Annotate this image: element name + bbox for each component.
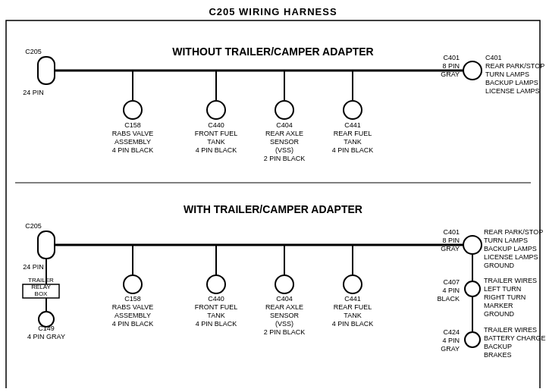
svg-text:(VSS): (VSS) — [275, 146, 293, 154]
svg-text:BLACK: BLACK — [437, 295, 460, 303]
svg-text:TANK: TANK — [207, 138, 224, 146]
svg-text:REAR FUEL: REAR FUEL — [334, 303, 372, 311]
svg-text:8 PIN: 8 PIN — [442, 237, 460, 244]
svg-text:C407: C407 — [443, 278, 460, 286]
svg-text:TRAILER WIRES: TRAILER WIRES — [484, 326, 537, 334]
svg-point-102 — [344, 275, 362, 293]
svg-text:24 PIN: 24 PIN — [23, 263, 44, 271]
svg-text:4 PIN GRAY: 4 PIN GRAY — [27, 333, 65, 340]
svg-point-64 — [465, 281, 480, 296]
svg-text:C441: C441 — [344, 121, 361, 129]
svg-text:BACKUP: BACKUP — [484, 343, 512, 350]
svg-text:LEFT TURN: LEFT TURN — [484, 285, 521, 293]
svg-text:BRAKES: BRAKES — [484, 351, 512, 359]
svg-text:RABS VALVE: RABS VALVE — [112, 130, 154, 137]
svg-text:SENSOR: SENSOR — [270, 138, 300, 146]
svg-text:TURN LAMPS: TURN LAMPS — [485, 71, 529, 78]
svg-point-27 — [275, 101, 293, 119]
svg-text:C404: C404 — [276, 121, 293, 129]
svg-text:C205: C205 — [25, 48, 42, 55]
page-title: C205 WIRING HARNESS — [0, 0, 546, 17]
svg-text:C440: C440 — [208, 121, 224, 129]
svg-text:REAR AXLE: REAR AXLE — [265, 303, 303, 311]
svg-point-89 — [207, 275, 225, 293]
svg-text:GRAY: GRAY — [441, 245, 460, 252]
svg-rect-42 — [38, 231, 55, 259]
svg-text:2 PIN BLACK: 2 PIN BLACK — [264, 328, 306, 336]
svg-text:BACKUP LAMPS: BACKUP LAMPS — [485, 79, 538, 86]
svg-text:C158: C158 — [124, 295, 141, 303]
svg-text:4 PIN BLACK: 4 PIN BLACK — [332, 146, 374, 154]
svg-text:FRONT FUEL: FRONT FUEL — [195, 130, 237, 137]
svg-text:BATTERY CHARGE: BATTERY CHARGE — [484, 334, 546, 342]
svg-text:8 PIN: 8 PIN — [442, 62, 460, 70]
svg-point-34 — [344, 101, 362, 119]
svg-text:BOX: BOX — [35, 290, 49, 297]
svg-text:C401: C401 — [443, 228, 460, 236]
svg-text:GRAY: GRAY — [441, 71, 460, 78]
svg-text:ASSEMBLY: ASSEMBLY — [115, 138, 151, 146]
svg-point-95 — [275, 275, 293, 293]
svg-text:WITHOUT  TRAILER/CAMPER  ADAPT: WITHOUT TRAILER/CAMPER ADAPTER — [172, 45, 373, 58]
svg-text:LICENSE LAMPS: LICENSE LAMPS — [484, 253, 538, 261]
svg-text:REAR PARK/STOP: REAR PARK/STOP — [485, 62, 544, 70]
svg-text:C401: C401 — [485, 54, 502, 61]
svg-text:C441: C441 — [344, 295, 361, 303]
svg-text:BACKUP LAMPS: BACKUP LAMPS — [484, 245, 537, 252]
svg-text:GROUND: GROUND — [484, 262, 514, 269]
svg-text:TURN LAMPS: TURN LAMPS — [484, 237, 528, 244]
svg-text:REAR AXLE: REAR AXLE — [265, 130, 303, 137]
svg-point-15 — [124, 101, 142, 119]
svg-text:C158: C158 — [124, 121, 141, 129]
svg-text:4 PIN BLACK: 4 PIN BLACK — [112, 146, 154, 154]
svg-text:REAR FUEL: REAR FUEL — [334, 130, 372, 137]
svg-text:TANK: TANK — [344, 138, 361, 146]
svg-text:C149: C149 — [38, 325, 55, 332]
svg-point-5 — [463, 61, 482, 80]
svg-text:TRAILER: TRAILER — [28, 277, 54, 284]
svg-text:TANK: TANK — [207, 312, 224, 319]
svg-text:LICENSE LAMPS: LICENSE LAMPS — [485, 87, 540, 95]
svg-rect-2 — [38, 57, 55, 84]
svg-text:WITH  TRAILER/CAMPER  ADAPTER: WITH TRAILER/CAMPER ADAPTER — [184, 203, 362, 215]
svg-text:4 PIN BLACK: 4 PIN BLACK — [332, 320, 374, 328]
svg-text:C424: C424 — [443, 328, 460, 336]
svg-text:TANK: TANK — [344, 312, 361, 319]
svg-text:REAR PARK/STOP: REAR PARK/STOP — [484, 228, 543, 236]
svg-text:2 PIN BLACK: 2 PIN BLACK — [264, 155, 306, 162]
svg-text:C404: C404 — [276, 295, 293, 303]
svg-text:FRONT FUEL: FRONT FUEL — [195, 303, 237, 311]
svg-text:(VSS): (VSS) — [275, 320, 293, 328]
svg-text:C205: C205 — [25, 222, 42, 230]
svg-text:4 PIN BLACK: 4 PIN BLACK — [196, 146, 237, 154]
diagram-area: WITHOUT TRAILER/CAMPER ADAPTER C205 24 P… — [0, 17, 546, 388]
svg-text:4 PIN BLACK: 4 PIN BLACK — [112, 320, 154, 328]
svg-text:4 PIN BLACK: 4 PIN BLACK — [196, 320, 237, 328]
svg-text:GRAY: GRAY — [441, 345, 460, 353]
svg-text:4 PIN: 4 PIN — [442, 287, 460, 294]
svg-text:C401: C401 — [443, 54, 460, 61]
svg-text:MARKER: MARKER — [484, 302, 513, 309]
svg-point-74 — [465, 332, 480, 347]
svg-text:SENSOR: SENSOR — [270, 312, 300, 319]
svg-text:ASSEMBLY: ASSEMBLY — [115, 312, 151, 319]
svg-text:RABS VALVE: RABS VALVE — [112, 303, 154, 311]
svg-text:RIGHT TURN: RIGHT TURN — [484, 293, 526, 301]
svg-point-83 — [124, 275, 142, 293]
svg-point-54 — [463, 236, 482, 254]
svg-text:GROUND: GROUND — [484, 310, 514, 318]
svg-text:4 PIN: 4 PIN — [442, 337, 460, 344]
svg-text:RELAY: RELAY — [31, 284, 51, 290]
svg-point-21 — [207, 101, 225, 119]
svg-text:C440: C440 — [208, 295, 224, 303]
svg-text:TRAILER WIRES: TRAILER WIRES — [484, 277, 537, 284]
svg-text:24 PIN: 24 PIN — [23, 89, 44, 96]
